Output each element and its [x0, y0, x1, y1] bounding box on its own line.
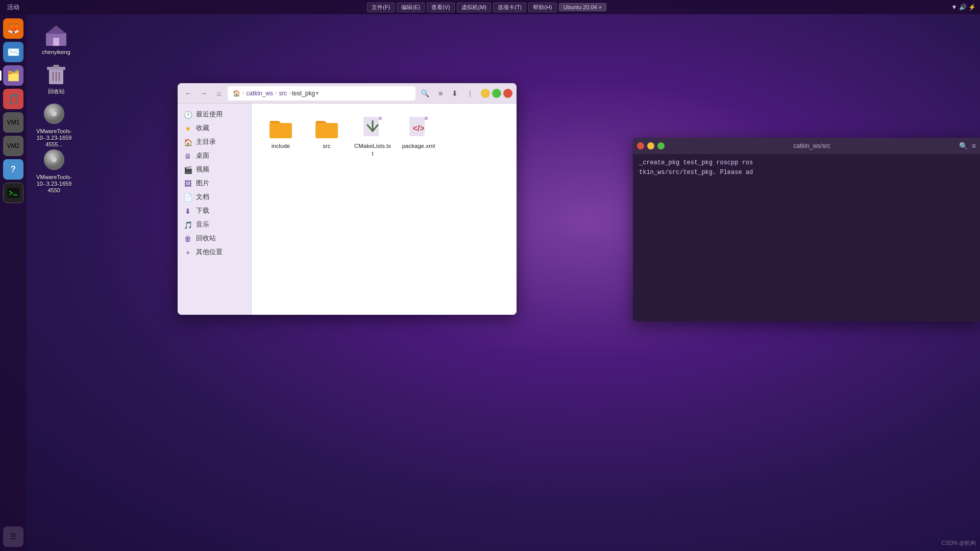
sidebar-item-downloads[interactable]: ⬇ 下载 — [178, 204, 251, 218]
menu-vm[interactable]: 虚拟机(M) — [457, 3, 492, 12]
fm-home-button[interactable]: ⌂ — [212, 87, 226, 100]
terminal-menu-icon[interactable]: ≡ — [972, 142, 976, 150]
bookmarks-icon: ★ — [184, 124, 192, 133]
terminal-minimize-button[interactable] — [647, 142, 654, 149]
sidebar-item-trash[interactable]: 🗑 回收站 — [178, 232, 251, 245]
fm-maximize-button[interactable]: □ — [492, 89, 501, 98]
sidebar-recent-label: 最近使用 — [196, 110, 223, 119]
include-folder-icon — [268, 116, 293, 140]
sidebar-item-home[interactable]: 🏠 主目录 — [178, 135, 251, 149]
fm-close-button[interactable]: × — [503, 89, 512, 98]
recent-icon: 🕐 — [184, 111, 192, 119]
fm-sidebar: 🕐 最近使用 ★ 收藏 🏠 主目录 🖥 桌面 🎬 视频 🖼 图片 — [178, 104, 252, 315]
trash-icon-label: 回收站 — [48, 88, 65, 95]
taskbar-left: 活动 — [4, 3, 22, 12]
fm-window-controls: – □ × — [481, 89, 512, 98]
svg-text:</>: </> — [412, 124, 424, 133]
pictures-icon: 🖼 — [184, 180, 192, 188]
dock-firefox[interactable]: 🦊 — [3, 18, 23, 39]
fm-list-view-button[interactable]: ≡ — [434, 87, 447, 100]
sidebar-item-other-locations[interactable]: + 其他位置 — [178, 245, 251, 259]
desktop-icon-vmware2[interactable]: VMwareTools-10-.3.23-16594550 — [34, 145, 75, 196]
fm-search-button[interactable]: 🔍 — [418, 86, 432, 101]
sidebar-home-label: 主目录 — [196, 138, 216, 146]
menu-file[interactable]: 文件(F) — [367, 3, 395, 12]
sidebar-desktop-label: 桌面 — [196, 152, 209, 160]
file-item-include[interactable]: include — [260, 112, 302, 162]
menu-tabs[interactable]: 选项卡(T) — [493, 3, 526, 12]
svg-marker-3 — [46, 26, 66, 34]
fm-back-button[interactable]: ← — [182, 87, 195, 100]
terminal-menu-icons: 🔍 ≡ — [959, 142, 976, 150]
desktop-icon-trash[interactable]: 回收站 — [36, 60, 77, 97]
svg-rect-0 — [7, 188, 19, 198]
videos-icon: 🎬 — [184, 166, 192, 174]
svg-rect-4 — [53, 38, 59, 46]
csdn-watermark: CSDN @机构 — [942, 539, 976, 547]
dock-help[interactable]: ? — [3, 159, 23, 180]
dock-rhythmbox[interactable]: 🎵 — [3, 89, 23, 109]
home-sidebar-icon: 🏠 — [184, 138, 192, 146]
svg-rect-25 — [425, 117, 428, 120]
bc-catkin[interactable]: catkin_ws — [245, 90, 274, 97]
dock-show-apps[interactable]: ⠿ — [3, 527, 23, 547]
src-folder-icon — [314, 116, 339, 140]
sidebar-item-music[interactable]: 🎵 音乐 — [178, 218, 251, 232]
fm-forward-button[interactable]: → — [197, 87, 210, 100]
fm-sort-button[interactable]: ⬇ — [448, 87, 461, 100]
window-tab-ubuntu[interactable]: Ubuntu 20.04 × — [559, 3, 607, 11]
menu-help[interactable]: 帮助(H) — [528, 3, 556, 12]
bc-sep-3: › — [289, 90, 290, 96]
fm-menu-button[interactable]: ⋮ — [463, 87, 477, 100]
cmake-label: CMakeLists.txt — [354, 142, 391, 158]
terminal-close-button[interactable] — [637, 142, 644, 149]
sidebar-item-documents[interactable]: 📄 文档 — [178, 190, 251, 204]
vmware2-label: VMwareTools-10-.3.23-16594550 — [36, 174, 72, 194]
dock-files[interactable]: 🗂️ — [3, 65, 23, 86]
sidebar-item-videos[interactable]: 🎬 视频 — [178, 163, 251, 177]
sidebar-item-pictures[interactable]: 🖼 图片 — [178, 177, 251, 190]
file-item-src[interactable]: src — [306, 112, 348, 162]
terminal-titlebar: catkin_ws/src 🔍 ≡ — [633, 138, 980, 154]
sidebar-item-recent[interactable]: 🕐 最近使用 — [178, 108, 251, 121]
file-item-xml[interactable]: </> package.xml — [398, 112, 439, 162]
bc-src[interactable]: src — [278, 90, 288, 97]
file-manager-window: ← → ⌂ 🏠 › catkin_ws › src › test_pkg ▾ 🔍… — [178, 83, 517, 315]
terminal-search-icon[interactable]: 🔍 — [959, 142, 968, 150]
file-item-cmake[interactable]: CMakeLists.txt — [352, 112, 394, 162]
terminal-maximize-button[interactable] — [657, 142, 665, 149]
bc-dropdown-button[interactable]: ▾ — [316, 90, 318, 96]
sidebar-music-label: 音乐 — [196, 220, 209, 229]
taskbar-right: ▼ 🔊 ⚡ — [951, 4, 976, 11]
sidebar-item-bookmarks[interactable]: ★ 收藏 — [178, 121, 251, 135]
activities-button[interactable]: 活动 — [4, 3, 22, 12]
dock-vmware-1[interactable]: VM1 — [3, 112, 23, 133]
dock-terminal[interactable] — [3, 183, 23, 203]
sidebar-item-desktop[interactable]: 🖥 桌面 — [178, 149, 251, 163]
dock-vmware-2[interactable]: VM2 — [3, 136, 23, 156]
menu-view[interactable]: 查看(V) — [427, 3, 455, 12]
bc-sep-2: › — [275, 90, 277, 96]
fm-body: 🕐 最近使用 ★ 收藏 🏠 主目录 🖥 桌面 🎬 视频 🖼 图片 — [178, 104, 517, 315]
desktop-sidebar-icon: 🖥 — [184, 152, 192, 160]
system-tray-icons[interactable]: ▼ 🔊 ⚡ — [951, 4, 976, 11]
music-icon: 🎵 — [184, 221, 192, 229]
desktop-icon-vmware1[interactable]: VMwareTools-10-.3.23-16594555... — [34, 99, 75, 151]
xml-label: package.xml — [402, 142, 435, 150]
src-label: src — [323, 142, 330, 150]
fm-minimize-button[interactable]: – — [481, 89, 490, 98]
dock-mail[interactable]: ✉️ — [3, 42, 23, 62]
sidebar-pictures-label: 图片 — [196, 179, 209, 188]
svg-rect-18 — [315, 123, 338, 138]
bc-home[interactable]: 🏠 — [232, 90, 241, 97]
terminal-body: _create_pkg test_pkg roscpp ros tkin_ws/… — [633, 154, 980, 321]
vmware1-icon — [42, 102, 66, 126]
taskbar-center: 文件(F) 编辑(E) 查看(V) 虚拟机(M) 选项卡(T) 帮助(H) Ub… — [367, 3, 606, 12]
cmake-file-icon — [360, 116, 385, 140]
svg-rect-17 — [270, 123, 292, 138]
desktop-icon-home[interactable]: chenyikeng — [36, 20, 77, 58]
sidebar-bookmarks-label: 收藏 — [196, 124, 209, 133]
other-locations-icon: + — [184, 248, 192, 257]
include-label: include — [272, 142, 290, 150]
menu-edit[interactable]: 编辑(E) — [397, 3, 425, 12]
